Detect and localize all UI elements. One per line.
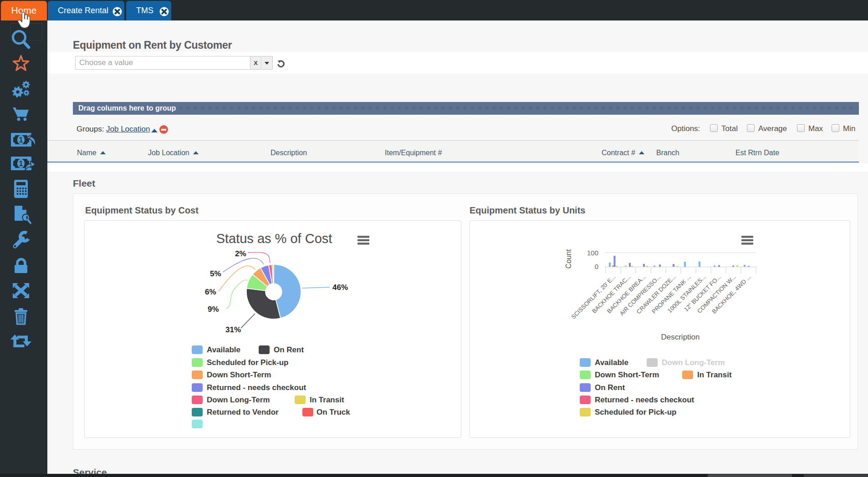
svg-text:Down Short-Term: Down Short-Term — [595, 370, 659, 379]
svg-text:100: 100 — [587, 249, 598, 257]
svg-text:1: 1 — [19, 136, 23, 144]
svg-text:31%: 31% — [225, 325, 241, 334]
svg-text:Status as % of Cost: Status as % of Cost — [216, 231, 332, 246]
svg-text:Description: Description — [661, 333, 700, 341]
svg-text:Down Long-Term: Down Long-Term — [662, 358, 725, 367]
svg-text:On Rent: On Rent — [274, 345, 304, 354]
svg-text:Count: Count — [565, 249, 572, 269]
svg-text:On Truck: On Truck — [317, 408, 350, 416]
svg-text:Scheduled for Pick-up: Scheduled for Pick-up — [207, 358, 288, 367]
svg-text:2%: 2% — [235, 249, 246, 258]
svg-text:Down Short-Term: Down Short-Term — [207, 370, 271, 379]
svg-text:On Rent: On Rent — [595, 383, 625, 392]
svg-text:6%: 6% — [205, 288, 216, 296]
svg-text:0: 0 — [595, 263, 598, 270]
svg-text:Down Long-Term: Down Long-Term — [207, 396, 270, 404]
svg-text:Returned to Vendor: Returned to Vendor — [207, 408, 279, 416]
svg-text:Returned - needs checkout: Returned - needs checkout — [207, 383, 306, 392]
svg-text:9%: 9% — [208, 305, 219, 314]
svg-text:Scheduled for Pick-up: Scheduled for Pick-up — [595, 408, 676, 416]
svg-text:1: 1 — [19, 160, 23, 167]
svg-text:46%: 46% — [332, 283, 348, 292]
svg-text:In Transit: In Transit — [310, 396, 344, 404]
svg-text:Returned - needs checkout: Returned - needs checkout — [595, 396, 694, 404]
svg-text:5%: 5% — [210, 269, 221, 278]
svg-text:Available: Available — [207, 345, 240, 354]
svg-text:Available: Available — [595, 358, 628, 367]
svg-text:In Transit: In Transit — [697, 370, 732, 379]
